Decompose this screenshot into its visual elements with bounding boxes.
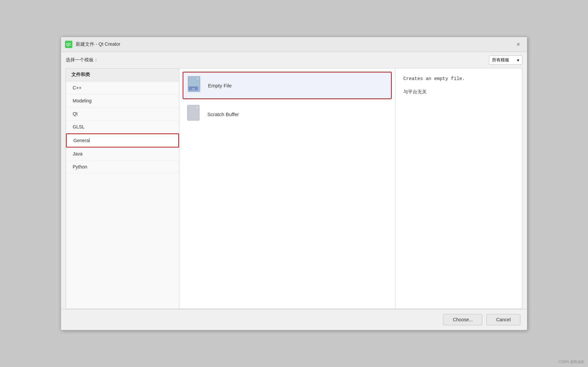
sidebar-item-modeling[interactable]: Modeling bbox=[66, 94, 179, 107]
sidebar-item-qt[interactable]: Qt bbox=[66, 107, 179, 120]
platform-text: 与平台无关 bbox=[403, 89, 514, 95]
left-panel: 文件和类 C++ Modeling Qt GLSL General Java P… bbox=[66, 68, 179, 309]
middle-panel: txt Empty File Scratch Buffer bbox=[179, 68, 395, 309]
toolbar-label: 选择一个模板： bbox=[66, 57, 98, 63]
template-item-empty-file[interactable]: txt Empty File bbox=[183, 72, 392, 99]
filter-label: 所有模板 bbox=[492, 57, 509, 63]
toolbar: 选择一个模板： 所有模板 ▾ bbox=[61, 52, 527, 68]
dropdown-arrow-icon: ▾ bbox=[517, 58, 519, 63]
new-file-dialog: QC 新建文件 - Qt Creator × 选择一个模板： 所有模板 ▾ 文件… bbox=[61, 37, 527, 330]
watermark: CSDN @陈远松 bbox=[559, 359, 585, 364]
sidebar-item-general[interactable]: General bbox=[66, 133, 179, 147]
choose-button[interactable]: Choose... bbox=[443, 314, 482, 325]
category-header: 文件和类 bbox=[66, 68, 179, 81]
empty-file-label: Empty File bbox=[208, 83, 232, 88]
sidebar-item-python[interactable]: Python bbox=[66, 160, 179, 173]
template-item-scratch-buffer[interactable]: Scratch Buffer bbox=[183, 101, 392, 127]
right-panel: Creates an empty file. 与平台无关 bbox=[395, 68, 522, 309]
sidebar-item-cpp[interactable]: C++ bbox=[66, 81, 179, 94]
dialog-title: 新建文件 - Qt Creator bbox=[76, 41, 120, 47]
description-text: Creates an empty file. bbox=[403, 75, 514, 82]
main-content: 文件和类 C++ Modeling Qt GLSL General Java P… bbox=[66, 68, 522, 309]
sidebar-item-java[interactable]: Java bbox=[66, 147, 179, 160]
qt-logo: QC bbox=[65, 41, 72, 48]
empty-file-icon: txt bbox=[187, 76, 203, 95]
title-bar: QC 新建文件 - Qt Creator × bbox=[61, 37, 527, 52]
cancel-button[interactable]: Cancel bbox=[486, 314, 520, 325]
scratch-buffer-icon bbox=[187, 104, 203, 124]
svg-text:txt: txt bbox=[192, 87, 195, 90]
sidebar-item-glsl[interactable]: GLSL bbox=[66, 120, 179, 133]
close-button[interactable]: × bbox=[514, 40, 523, 49]
filter-dropdown[interactable]: 所有模板 ▾ bbox=[489, 55, 522, 65]
title-bar-left: QC 新建文件 - Qt Creator bbox=[65, 41, 120, 48]
footer: Choose... Cancel bbox=[61, 309, 527, 330]
scratch-buffer-label: Scratch Buffer bbox=[207, 111, 239, 117]
